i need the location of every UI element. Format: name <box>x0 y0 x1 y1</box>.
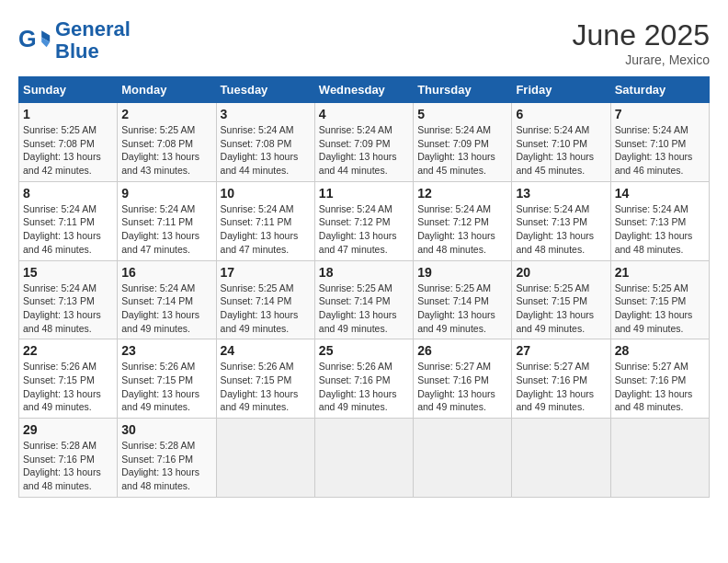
day-info: Sunrise: 5:28 AM Sunset: 7:16 PM Dayligh… <box>23 439 113 493</box>
col-friday: Friday <box>512 77 610 103</box>
table-row <box>216 419 314 498</box>
col-saturday: Saturday <box>610 77 709 103</box>
logo-icon: G <box>18 24 51 57</box>
logo: G General Blue <box>18 18 131 63</box>
table-row: 9 Sunrise: 5:24 AM Sunset: 7:11 PM Dayli… <box>118 181 216 260</box>
calendar-row: 22 Sunrise: 5:26 AM Sunset: 7:15 PM Dayl… <box>19 339 710 419</box>
day-info: Sunrise: 5:24 AM Sunset: 7:08 PM Dayligh… <box>221 123 311 178</box>
day-info: Sunrise: 5:26 AM Sunset: 7:15 PM Dayligh… <box>121 360 211 414</box>
day-info: Sunrise: 5:25 AM Sunset: 7:08 PM Dayligh… <box>23 123 113 178</box>
day-number: 1 <box>23 107 113 121</box>
table-row: 6 Sunrise: 5:24 AM Sunset: 7:10 PM Dayli… <box>512 103 610 182</box>
location-subtitle: Jurare, Mexico <box>573 52 710 67</box>
col-thursday: Thursday <box>414 77 512 103</box>
table-row: 3 Sunrise: 5:24 AM Sunset: 7:08 PM Dayli… <box>216 103 314 182</box>
day-number: 30 <box>121 422 211 437</box>
table-row: 29 Sunrise: 5:28 AM Sunset: 7:16 PM Dayl… <box>19 419 118 498</box>
day-info: Sunrise: 5:24 AM Sunset: 7:11 PM Dayligh… <box>121 202 211 257</box>
day-number: 19 <box>417 265 507 280</box>
day-info: Sunrise: 5:28 AM Sunset: 7:16 PM Dayligh… <box>121 439 211 493</box>
table-row: 26 Sunrise: 5:27 AM Sunset: 7:16 PM Dayl… <box>414 339 512 419</box>
page-header: G General Blue June 2025 Jurare, Mexico <box>18 18 710 67</box>
month-title: June 2025 <box>573 18 710 52</box>
day-number: 12 <box>417 186 507 201</box>
table-row: 4 Sunrise: 5:24 AM Sunset: 7:09 PM Dayli… <box>314 103 413 182</box>
day-number: 26 <box>417 343 507 358</box>
day-info: Sunrise: 5:25 AM Sunset: 7:15 PM Dayligh… <box>516 282 606 336</box>
day-info: Sunrise: 5:24 AM Sunset: 7:13 PM Dayligh… <box>615 202 705 257</box>
table-row: 21 Sunrise: 5:25 AM Sunset: 7:15 PM Dayl… <box>610 260 709 339</box>
table-row: 7 Sunrise: 5:24 AM Sunset: 7:10 PM Dayli… <box>610 103 709 182</box>
day-info: Sunrise: 5:25 AM Sunset: 7:15 PM Dayligh… <box>615 282 705 336</box>
day-number: 14 <box>615 186 705 201</box>
col-monday: Monday <box>118 77 216 103</box>
day-info: Sunrise: 5:25 AM Sunset: 7:08 PM Dayligh… <box>121 123 211 178</box>
table-row: 12 Sunrise: 5:24 AM Sunset: 7:12 PM Dayl… <box>414 181 512 260</box>
col-wednesday: Wednesday <box>314 77 413 103</box>
day-number: 10 <box>221 186 311 201</box>
day-info: Sunrise: 5:27 AM Sunset: 7:16 PM Dayligh… <box>417 360 507 414</box>
day-info: Sunrise: 5:25 AM Sunset: 7:14 PM Dayligh… <box>221 282 311 336</box>
day-number: 4 <box>319 107 409 121</box>
day-info: Sunrise: 5:24 AM Sunset: 7:14 PM Dayligh… <box>121 282 211 336</box>
day-number: 29 <box>23 422 113 437</box>
day-number: 11 <box>319 186 409 201</box>
day-info: Sunrise: 5:24 AM Sunset: 7:10 PM Dayligh… <box>615 123 705 178</box>
table-row: 20 Sunrise: 5:25 AM Sunset: 7:15 PM Dayl… <box>512 260 610 339</box>
table-row: 23 Sunrise: 5:26 AM Sunset: 7:15 PM Dayl… <box>118 339 216 419</box>
day-info: Sunrise: 5:27 AM Sunset: 7:16 PM Dayligh… <box>516 360 606 414</box>
day-number: 22 <box>23 343 113 358</box>
day-number: 15 <box>23 265 113 280</box>
calendar-header-row: Sunday Monday Tuesday Wednesday Thursday… <box>19 77 710 103</box>
table-row: 14 Sunrise: 5:24 AM Sunset: 7:13 PM Dayl… <box>610 181 709 260</box>
day-number: 20 <box>516 265 606 280</box>
day-number: 2 <box>121 107 211 121</box>
day-number: 17 <box>221 265 311 280</box>
table-row: 11 Sunrise: 5:24 AM Sunset: 7:12 PM Dayl… <box>314 181 413 260</box>
day-number: 23 <box>121 343 211 358</box>
table-row <box>414 419 512 498</box>
day-info: Sunrise: 5:24 AM Sunset: 7:09 PM Dayligh… <box>417 123 507 178</box>
table-row: 24 Sunrise: 5:26 AM Sunset: 7:15 PM Dayl… <box>216 339 314 419</box>
svg-text:G: G <box>18 26 37 52</box>
day-info: Sunrise: 5:26 AM Sunset: 7:16 PM Dayligh… <box>319 360 409 414</box>
table-row: 5 Sunrise: 5:24 AM Sunset: 7:09 PM Dayli… <box>414 103 512 182</box>
table-row: 18 Sunrise: 5:25 AM Sunset: 7:14 PM Dayl… <box>314 260 413 339</box>
day-number: 24 <box>221 343 311 358</box>
table-row: 1 Sunrise: 5:25 AM Sunset: 7:08 PM Dayli… <box>19 103 118 182</box>
table-row: 16 Sunrise: 5:24 AM Sunset: 7:14 PM Dayl… <box>118 260 216 339</box>
table-row <box>610 419 709 498</box>
day-info: Sunrise: 5:27 AM Sunset: 7:16 PM Dayligh… <box>615 360 705 414</box>
day-number: 21 <box>615 265 705 280</box>
day-info: Sunrise: 5:25 AM Sunset: 7:14 PM Dayligh… <box>319 282 409 336</box>
table-row: 22 Sunrise: 5:26 AM Sunset: 7:15 PM Dayl… <box>19 339 118 419</box>
logo-text: General Blue <box>55 18 131 63</box>
table-row: 27 Sunrise: 5:27 AM Sunset: 7:16 PM Dayl… <box>512 339 610 419</box>
table-row: 10 Sunrise: 5:24 AM Sunset: 7:11 PM Dayl… <box>216 181 314 260</box>
day-number: 9 <box>121 186 211 201</box>
day-number: 16 <box>121 265 211 280</box>
col-tuesday: Tuesday <box>216 77 314 103</box>
day-info: Sunrise: 5:26 AM Sunset: 7:15 PM Dayligh… <box>221 360 311 414</box>
calendar-table: Sunday Monday Tuesday Wednesday Thursday… <box>18 76 710 498</box>
day-info: Sunrise: 5:24 AM Sunset: 7:12 PM Dayligh… <box>417 202 507 257</box>
table-row: 2 Sunrise: 5:25 AM Sunset: 7:08 PM Dayli… <box>118 103 216 182</box>
day-info: Sunrise: 5:25 AM Sunset: 7:14 PM Dayligh… <box>417 282 507 336</box>
table-row: 19 Sunrise: 5:25 AM Sunset: 7:14 PM Dayl… <box>414 260 512 339</box>
table-row: 25 Sunrise: 5:26 AM Sunset: 7:16 PM Dayl… <box>314 339 413 419</box>
table-row: 17 Sunrise: 5:25 AM Sunset: 7:14 PM Dayl… <box>216 260 314 339</box>
calendar-row: 8 Sunrise: 5:24 AM Sunset: 7:11 PM Dayli… <box>19 181 710 260</box>
day-number: 8 <box>23 186 113 201</box>
table-row: 8 Sunrise: 5:24 AM Sunset: 7:11 PM Dayli… <box>19 181 118 260</box>
day-info: Sunrise: 5:24 AM Sunset: 7:12 PM Dayligh… <box>319 202 409 257</box>
calendar-row: 15 Sunrise: 5:24 AM Sunset: 7:13 PM Dayl… <box>19 260 710 339</box>
day-info: Sunrise: 5:24 AM Sunset: 7:13 PM Dayligh… <box>23 282 113 336</box>
calendar-row: 29 Sunrise: 5:28 AM Sunset: 7:16 PM Dayl… <box>19 419 710 498</box>
table-row: 30 Sunrise: 5:28 AM Sunset: 7:16 PM Dayl… <box>118 419 216 498</box>
day-number: 7 <box>615 107 705 121</box>
table-row: 13 Sunrise: 5:24 AM Sunset: 7:13 PM Dayl… <box>512 181 610 260</box>
logo-line1: General <box>55 17 131 40</box>
day-number: 18 <box>319 265 409 280</box>
day-number: 13 <box>516 186 606 201</box>
day-info: Sunrise: 5:24 AM Sunset: 7:09 PM Dayligh… <box>319 123 409 178</box>
